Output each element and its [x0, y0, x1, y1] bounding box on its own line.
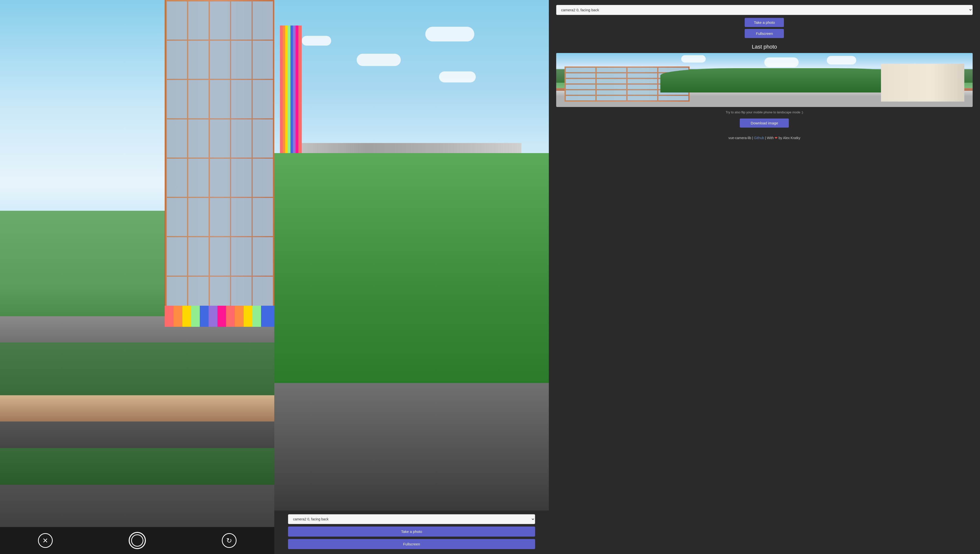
- vegetation-area: [274, 153, 549, 383]
- window: [253, 1, 273, 40]
- window: [253, 198, 273, 236]
- window: [167, 119, 188, 158]
- photo-window: [627, 90, 657, 95]
- window: [167, 198, 188, 236]
- photo-window: [627, 96, 657, 101]
- lib-name: vue-camera-lib: [729, 136, 751, 140]
- cloud: [356, 54, 401, 66]
- window: [210, 1, 231, 40]
- right-panel: camera2 0, facing back camera2 1, facing…: [549, 0, 980, 554]
- middle-panel: camera2 0, facing back camera2 1, facing…: [274, 0, 549, 554]
- take-photo-button-right[interactable]: Take a photo: [745, 18, 784, 27]
- window: [167, 1, 188, 40]
- window: [188, 198, 209, 236]
- fullscreen-button-middle[interactable]: Fullscreen: [288, 539, 535, 549]
- window: [167, 237, 188, 276]
- capture-button[interactable]: [129, 532, 146, 549]
- left-panel: ✕ ↻: [0, 0, 274, 554]
- heart-icon: ❤: [775, 136, 778, 140]
- photo-window: [597, 79, 627, 84]
- download-image-button[interactable]: Download image: [740, 118, 789, 128]
- close-camera-button[interactable]: ✕: [38, 533, 53, 548]
- main-camera-view: [274, 0, 549, 511]
- photo-cloud: [764, 57, 799, 67]
- window: [210, 40, 231, 79]
- window: [231, 1, 252, 40]
- photo-window: [597, 85, 627, 89]
- photo-window: [597, 96, 627, 101]
- fullscreen-button-right[interactable]: Fullscreen: [745, 29, 784, 38]
- photo-window: [565, 73, 596, 78]
- photo-window: [627, 79, 657, 84]
- window: [188, 119, 209, 158]
- close-icon: ✕: [42, 536, 48, 545]
- window: [188, 237, 209, 276]
- window: [210, 80, 231, 118]
- github-link[interactable]: Github: [754, 136, 764, 140]
- window: [188, 40, 209, 79]
- separator: |: [751, 136, 754, 140]
- window: [167, 40, 188, 79]
- last-photo-image: [556, 53, 973, 107]
- window: [210, 198, 231, 236]
- window: [167, 158, 188, 197]
- last-photo-title: Last photo: [752, 44, 777, 50]
- photo-window: [565, 85, 596, 89]
- by-text: by Alex Kratky: [778, 136, 800, 140]
- photo-building-right: [881, 64, 964, 102]
- window: [253, 119, 273, 158]
- photo-trees: [660, 68, 910, 93]
- window: [231, 198, 252, 236]
- photo-window: [627, 85, 657, 89]
- roof-colorful-bar: [165, 306, 275, 327]
- photo-window: [627, 67, 657, 72]
- window: [253, 237, 273, 276]
- window: [210, 119, 231, 158]
- left-building: [165, 0, 275, 316]
- cloud: [439, 72, 476, 83]
- flip-camera-button[interactable]: ↻: [222, 533, 237, 548]
- flip-icon: ↻: [226, 536, 232, 545]
- photo-window: [565, 96, 596, 101]
- main-controls: camera2 0, facing back camera2 1, facing…: [288, 514, 535, 549]
- photo-cloud: [827, 56, 856, 64]
- cloud: [302, 36, 331, 46]
- photo-window: [597, 73, 627, 78]
- window: [231, 237, 252, 276]
- window: [188, 80, 209, 118]
- window: [253, 158, 273, 197]
- window: [210, 237, 231, 276]
- landscape-hint-text: Try to also flip your mobile phone to la…: [725, 110, 803, 115]
- window: [188, 158, 209, 197]
- window: [167, 80, 188, 118]
- cloud: [425, 27, 474, 42]
- photo-window: [658, 96, 688, 101]
- window: [231, 80, 252, 118]
- photo-window: [597, 90, 627, 95]
- capture-inner-circle: [131, 534, 143, 547]
- window: [231, 119, 252, 158]
- window: [231, 158, 252, 197]
- take-photo-button-middle[interactable]: Take a photo: [288, 527, 535, 536]
- photo-window: [597, 67, 627, 72]
- photo-window: [565, 90, 596, 95]
- window: [253, 80, 273, 118]
- separator2: | With: [764, 136, 775, 140]
- photo-cloud: [681, 55, 706, 62]
- photo-window: [565, 67, 596, 72]
- left-building-windows: [165, 0, 275, 316]
- ground-area: [274, 383, 549, 511]
- window: [253, 40, 273, 79]
- camera-select-middle[interactable]: camera2 0, facing back camera2 1, facing…: [288, 514, 535, 524]
- left-bottom-controls: ✕ ↻: [0, 527, 274, 554]
- window: [210, 158, 231, 197]
- photo-window: [565, 79, 596, 84]
- footer: vue-camera-lib | Github | With ❤ by Alex…: [729, 135, 800, 141]
- window: [188, 1, 209, 40]
- left-camera-view: [0, 0, 274, 527]
- photo-window: [627, 73, 657, 78]
- camera-select-right[interactable]: camera2 0, facing back camera2 1, facing…: [556, 5, 973, 15]
- window: [231, 40, 252, 79]
